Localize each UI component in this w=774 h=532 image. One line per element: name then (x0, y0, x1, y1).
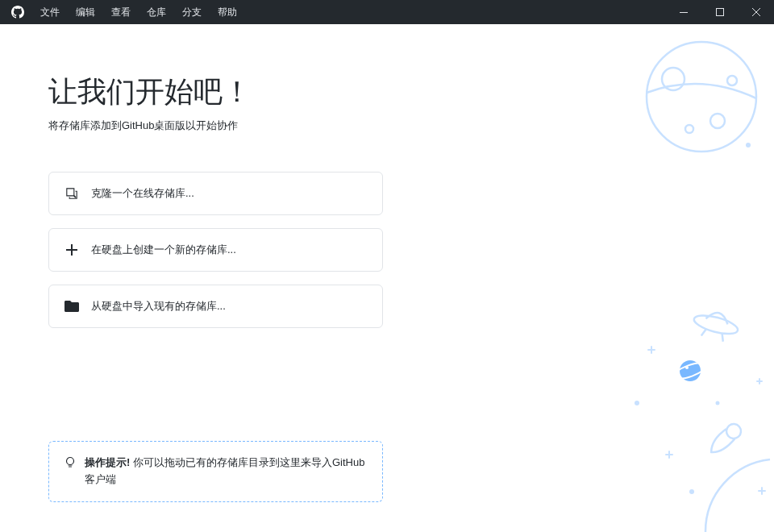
clone-repo-icon (64, 185, 80, 202)
close-button[interactable] (738, 0, 774, 24)
svg-point-6 (727, 76, 737, 85)
create-repo-label: 在硬盘上创建一个新的存储库... (91, 243, 236, 257)
svg-rect-1 (716, 9, 723, 16)
menu-edit[interactable]: 编辑 (68, 0, 103, 24)
svg-point-14 (685, 366, 689, 369)
svg-point-2 (67, 458, 74, 465)
pro-tip-prefix: 操作提示! (85, 456, 130, 468)
menu-file[interactable]: 文件 (32, 0, 68, 24)
minimize-button[interactable] (665, 0, 701, 24)
svg-point-16 (635, 401, 639, 405)
svg-point-18 (689, 489, 694, 494)
clone-repo-label: 克隆一个在线存储库... (91, 186, 194, 201)
svg-point-8 (746, 143, 751, 148)
add-repo-button[interactable]: 从硬盘中导入现有的存储库... (48, 285, 383, 328)
menu-bar: 文件 编辑 查看 仓库 分支 帮助 (32, 0, 245, 24)
action-list: 克隆一个在线存储库... 在硬盘上创建一个新的存储库... 从硬盘中导入现有的存… (48, 172, 383, 328)
maximize-button[interactable] (701, 0, 738, 24)
pro-tip-box: 操作提示! 你可以拖动已有的存储库目录到这里来导入GitHub客户端 (48, 441, 383, 502)
window-controls (665, 0, 774, 24)
titlebar: 文件 编辑 查看 仓库 分支 帮助 (0, 0, 774, 24)
svg-point-7 (685, 125, 693, 133)
planet-decoration-icon (629, 32, 766, 169)
space-decoration-icon (613, 290, 774, 532)
plus-icon (64, 242, 80, 258)
svg-point-15 (723, 421, 743, 441)
svg-point-3 (647, 42, 756, 152)
create-repo-button[interactable]: 在硬盘上创建一个新的存储库... (48, 228, 383, 272)
folder-icon (64, 298, 80, 314)
lightbulb-icon (64, 456, 77, 472)
svg-point-9 (693, 312, 740, 338)
pro-tip-text: 操作提示! 你可以拖动已有的存储库目录到这里来导入GitHub客户端 (85, 455, 368, 488)
clone-repo-button[interactable]: 克隆一个在线存储库... (48, 172, 383, 215)
github-logo-icon (11, 6, 24, 19)
menu-branch[interactable]: 分支 (174, 0, 210, 24)
svg-rect-0 (680, 12, 688, 13)
menu-help[interactable]: 帮助 (210, 0, 245, 24)
svg-point-17 (716, 401, 720, 405)
menu-repository[interactable]: 仓库 (139, 0, 174, 24)
svg-line-10 (701, 328, 706, 337)
add-repo-label: 从硬盘中导入现有的存储库... (91, 299, 226, 314)
svg-point-5 (710, 114, 725, 128)
menu-view[interactable]: 查看 (103, 0, 139, 24)
